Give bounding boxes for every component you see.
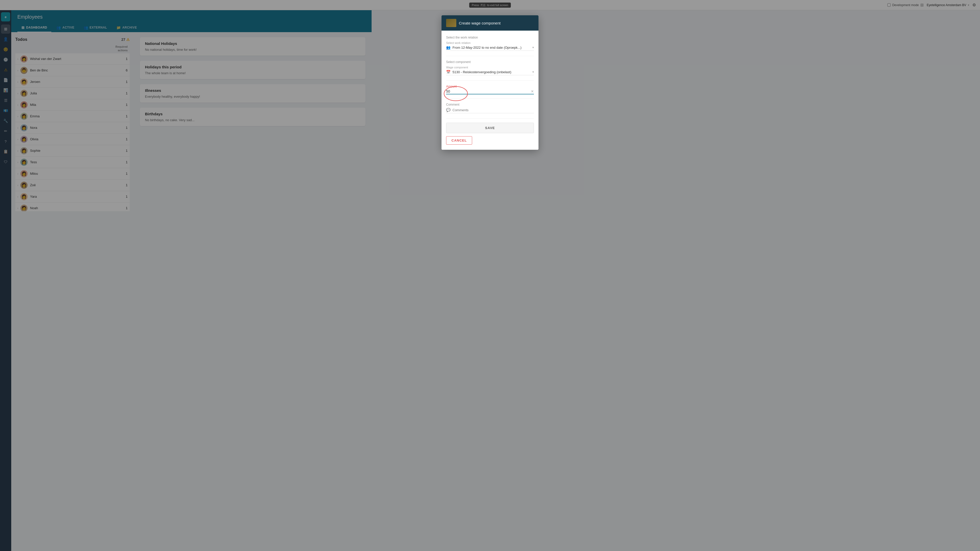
modal-overlay: Create wage component Select the work re… <box>0 0 372 211</box>
